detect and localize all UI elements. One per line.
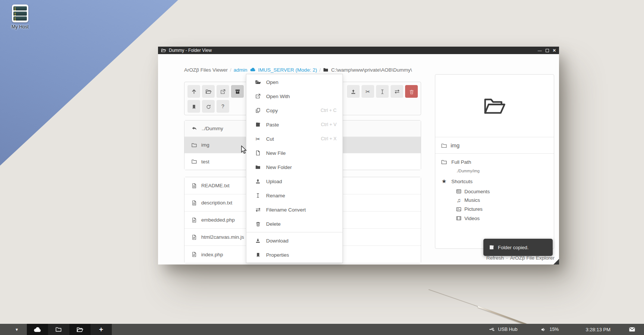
menu-item-label: Download xyxy=(266,238,288,244)
paste-icon xyxy=(255,122,261,128)
new-folder-icon xyxy=(255,164,261,170)
menu-item-new-file[interactable]: New File xyxy=(246,146,342,160)
archive-button[interactable] xyxy=(231,85,244,98)
taskbar-app-folder-view[interactable] xyxy=(69,324,91,335)
breadcrumb: ArOZβ Files Viewer / admin IMUS_SERVER (… xyxy=(184,66,412,73)
upload-icon xyxy=(255,178,261,184)
list-item-label: img xyxy=(201,142,209,148)
footer-separator: · xyxy=(506,255,508,261)
back-icon xyxy=(191,125,198,132)
shortcut-videos[interactable]: Videos xyxy=(456,215,548,221)
menu-item-rename[interactable]: Rename xyxy=(246,188,342,203)
bookmark-icon xyxy=(255,252,261,258)
help-label: ? xyxy=(221,103,224,109)
menu-item-cut[interactable]: ✂ Cut Ctrl + X xyxy=(246,132,342,146)
rename-button[interactable] xyxy=(376,85,389,98)
menu-item-paste[interactable]: Paste Ctrl + V xyxy=(246,118,342,132)
taskbar-app-cloud[interactable] xyxy=(27,324,48,335)
menu-item-shortcut: Ctrl + X xyxy=(321,136,337,141)
resize-handle[interactable] xyxy=(553,259,559,264)
bookmark-icon xyxy=(191,103,197,110)
menu-item-open[interactable]: Open xyxy=(246,75,342,89)
shortcut-pictures[interactable]: Pictures xyxy=(456,206,548,212)
folder-icon xyxy=(55,326,62,333)
bookmark-button[interactable] xyxy=(187,100,200,113)
list-item-label: html2canvas.min.js xyxy=(201,234,244,240)
desktop-icon-my-host[interactable]: My Host xyxy=(6,4,34,29)
arrow-up-icon xyxy=(191,88,197,95)
taskbar-add-button[interactable]: + xyxy=(91,324,112,335)
brand-link[interactable]: ArOZβ File Explorer xyxy=(510,255,555,261)
open-with-icon xyxy=(255,93,261,99)
delete-button[interactable] xyxy=(405,85,418,98)
list-item-label: description.txt xyxy=(201,200,232,206)
filename-convert-icon xyxy=(394,88,400,95)
help-button[interactable]: ? xyxy=(217,100,229,113)
go-up-button[interactable] xyxy=(187,85,200,98)
chevron-down-icon[interactable]: ▼ xyxy=(15,328,19,332)
menu-item-properties[interactable]: Properties xyxy=(246,248,342,262)
usb-status[interactable]: USB Hub xyxy=(489,326,517,333)
shortcuts-row: ★ Shortcuts xyxy=(441,178,548,185)
close-icon[interactable]: ✕ xyxy=(553,48,556,53)
menu-item-label: Filename Convert xyxy=(266,207,306,213)
documents-icon xyxy=(456,188,462,194)
refresh-icon xyxy=(206,103,211,110)
upload-button[interactable] xyxy=(347,85,360,98)
menu-item-label: Rename xyxy=(266,193,285,198)
list-item-label: README.txt xyxy=(201,183,230,188)
archive-icon xyxy=(234,88,241,95)
folder-icon xyxy=(441,142,447,149)
file-code-icon xyxy=(191,234,197,240)
menu-item-new-folder[interactable]: New Folder xyxy=(246,160,342,174)
cut-button[interactable]: ✂ xyxy=(362,85,374,98)
open-with-button[interactable] xyxy=(217,85,229,98)
menu-item-label: Cut xyxy=(266,136,274,142)
menu-item-label: New File xyxy=(266,150,286,156)
window-titlebar[interactable]: Dummy - Folder View — ✕ xyxy=(158,47,559,54)
server-icon xyxy=(12,4,28,22)
menu-item-download[interactable]: Download xyxy=(246,234,342,248)
usb-icon xyxy=(489,326,495,333)
open-button[interactable] xyxy=(202,85,215,98)
menu-item-delete[interactable]: Delete xyxy=(246,217,342,231)
breadcrumb-user-link[interactable]: admin xyxy=(234,67,247,73)
window-folder-open-icon xyxy=(161,48,166,53)
folder-icon xyxy=(323,67,329,73)
file-code-icon xyxy=(191,217,197,223)
minimize-icon[interactable]: — xyxy=(538,48,542,53)
menu-item-label: Open xyxy=(266,79,278,85)
menu-item-open-with[interactable]: Open With xyxy=(246,89,342,103)
refresh-link[interactable]: Refresh xyxy=(486,255,504,261)
scissors-icon: ✂ xyxy=(255,136,261,142)
menu-item-copy[interactable]: Copy Ctrl + C xyxy=(246,103,342,118)
filename-convert-button[interactable] xyxy=(391,85,403,98)
menu-item-filename-convert[interactable]: Filename Convert xyxy=(246,203,342,217)
volume-status[interactable]: 15% xyxy=(540,326,559,333)
trash-icon xyxy=(255,221,261,227)
breadcrumb-server-link[interactable]: IMUS_SERVER (Mode: 2) xyxy=(258,67,317,73)
folder-open-icon xyxy=(483,94,506,118)
mouse-cursor xyxy=(241,145,248,156)
scissors-icon: ✂ xyxy=(366,89,370,94)
shortcut-documents[interactable]: Documents xyxy=(456,188,548,194)
menu-item-upload[interactable]: Upload xyxy=(246,174,342,188)
cloud-icon xyxy=(250,66,256,73)
shortcuts-label: Shortcuts xyxy=(451,179,473,184)
speaker-icon xyxy=(540,326,547,333)
file-text-icon xyxy=(191,200,197,206)
menu-item-label: Upload xyxy=(266,179,282,184)
music-icon: ♫ xyxy=(456,197,462,203)
cloud-icon xyxy=(33,325,42,334)
usb-label: USB Hub xyxy=(498,327,517,332)
shortcut-musics[interactable]: ♫ Musics xyxy=(456,197,548,203)
menu-item-shortcut: Ctrl + C xyxy=(321,108,337,113)
refresh-button[interactable] xyxy=(202,100,215,113)
taskbar-app-folder[interactable] xyxy=(48,324,69,335)
mail-tray-button[interactable] xyxy=(628,326,636,333)
new-file-icon xyxy=(255,150,261,156)
folder-open-icon xyxy=(76,326,83,333)
menu-item-label: Properties xyxy=(266,252,289,258)
clock[interactable]: 3:28:13 PM xyxy=(586,327,611,332)
maximize-icon[interactable] xyxy=(546,49,549,52)
